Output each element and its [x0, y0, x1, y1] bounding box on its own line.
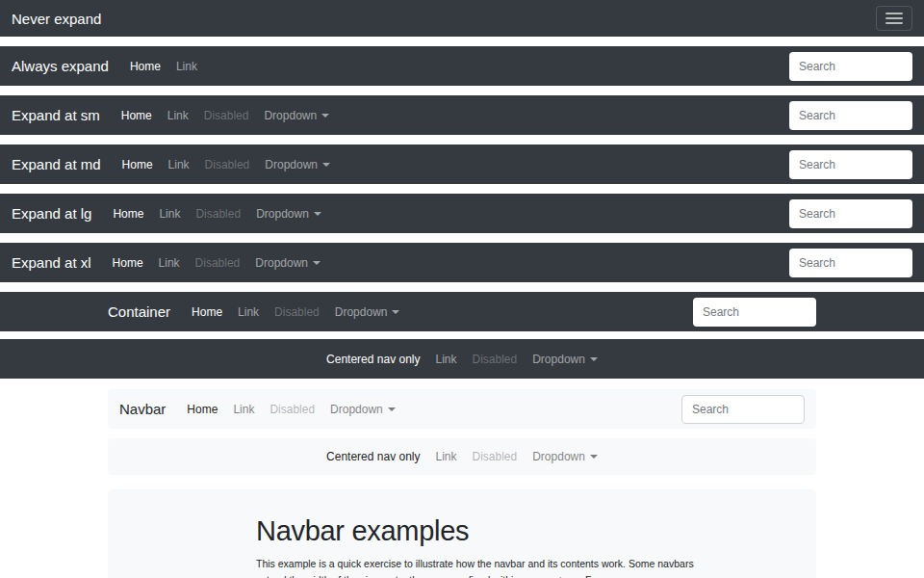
nav-item-disabled: Disabled	[267, 305, 327, 319]
search-input[interactable]	[789, 249, 912, 277]
dropdown-label: Dropdown	[255, 256, 308, 270]
nav-item-link[interactable]: Link	[427, 353, 464, 366]
hamburger-icon	[886, 10, 903, 27]
navbar-container: Container Home Link Disabled Dropdown	[0, 292, 924, 331]
nav-item-dropdown[interactable]: Dropdown	[322, 403, 403, 416]
nav-links: Home Link Disabled Dropdown	[184, 305, 407, 319]
search-input[interactable]	[789, 101, 912, 130]
nav-item-link[interactable]: Link	[427, 450, 464, 463]
navbar-light: Navbar Home Link Disabled Dropdown	[108, 389, 816, 429]
caret-down-icon	[388, 407, 396, 411]
brand-never-expand[interactable]: Never expand	[12, 11, 101, 27]
nav-links: Home Link Disabled Dropdown	[179, 403, 402, 416]
nav-item-home[interactable]: Home	[179, 403, 225, 416]
nav-item-disabled: Disabled	[465, 353, 526, 366]
dropdown-label: Dropdown	[335, 305, 388, 319]
caret-down-icon	[313, 261, 321, 265]
brand-expand-sm[interactable]: Expand at sm	[12, 107, 100, 123]
nav-item-home[interactable]: Home	[114, 109, 160, 122]
nav-item-dropdown[interactable]: Dropdown	[248, 207, 329, 221]
nav-item-home[interactable]: Home	[115, 158, 161, 171]
nav-item-dropdown[interactable]: Dropdown	[256, 109, 337, 122]
search-input[interactable]	[693, 298, 816, 327]
jumbotron: Navbar examples This example is a quick …	[108, 489, 816, 578]
nav-item-link[interactable]: Link	[230, 305, 267, 319]
nav-item-link[interactable]: Link	[151, 207, 188, 221]
brand-expand-md[interactable]: Expand at md	[12, 156, 101, 172]
navbar-always-expand: Always expand Home Link	[0, 46, 924, 86]
nav-links: Centered nav only Link Disabled Dropdown	[319, 450, 605, 463]
nav-item-link[interactable]: Link	[160, 109, 196, 122]
nav-links: Home Link Disabled Dropdown	[105, 207, 328, 221]
nav-item-home[interactable]: Home	[105, 207, 151, 221]
navbar-centered-light: Centered nav only Link Disabled Dropdown	[108, 438, 816, 475]
nav-links: Home Link Disabled Dropdown	[105, 256, 328, 270]
brand-expand-xl[interactable]: Expand at xl	[12, 254, 91, 271]
lead-text-before: This example is a quick exercise to illu…	[256, 558, 694, 578]
caret-down-icon	[322, 163, 330, 167]
nav-item-disabled: Disabled	[197, 158, 258, 171]
caret-down-icon	[321, 114, 329, 118]
dropdown-label: Dropdown	[265, 158, 318, 171]
caret-down-icon	[314, 212, 321, 216]
caret-down-icon	[392, 310, 399, 314]
page-title: Navbar examples	[256, 515, 704, 547]
nav-item-disabled: Disabled	[188, 256, 248, 270]
nav-item-centered[interactable]: Centered nav only	[319, 450, 427, 463]
navbar-expand-sm: Expand at sm Home Link Disabled Dropdown	[0, 95, 924, 135]
search-input[interactable]	[789, 150, 912, 179]
brand-container[interactable]: Container	[108, 303, 170, 320]
nav-item-dropdown[interactable]: Dropdown	[525, 450, 605, 463]
nav-item-link[interactable]: Link	[151, 256, 188, 270]
dropdown-label: Dropdown	[264, 109, 317, 122]
nav-item-home[interactable]: Home	[105, 256, 151, 270]
navbar-centered-dark: Centered nav only Link Disabled Dropdown	[0, 339, 924, 379]
nav-item-home[interactable]: Home	[184, 305, 230, 319]
nav-item-dropdown[interactable]: Dropdown	[247, 256, 328, 270]
dropdown-label: Dropdown	[256, 207, 309, 221]
navbar-expand-lg: Expand at lg Home Link Disabled Dropdown	[0, 194, 924, 233]
nav-links: Home Link Disabled Dropdown	[114, 109, 337, 122]
nav-links: Home Link	[122, 60, 205, 73]
nav-item-dropdown[interactable]: Dropdown	[257, 158, 338, 171]
nav-item-link[interactable]: Link	[168, 60, 205, 73]
navbar-expand-md: Expand at md Home Link Disabled Dropdown	[0, 144, 924, 184]
nav-links: Centered nav only Link Disabled Dropdown	[319, 353, 605, 366]
nav-item-link[interactable]: Link	[225, 403, 262, 416]
navbar-container-inner: Container Home Link Disabled Dropdown	[108, 292, 816, 331]
nav-item-centered[interactable]: Centered nav only	[319, 353, 427, 366]
search-input[interactable]	[789, 199, 912, 228]
nav-item-dropdown[interactable]: Dropdown	[327, 305, 408, 319]
dropdown-label: Dropdown	[532, 450, 585, 463]
nav-item-dropdown[interactable]: Dropdown	[525, 353, 605, 366]
brand-navbar[interactable]: Navbar	[119, 401, 166, 417]
lead-text-after: . For	[579, 574, 601, 578]
dropdown-label: Dropdown	[330, 403, 383, 416]
search-input[interactable]	[789, 52, 912, 81]
nav-links: Home Link Disabled Dropdown	[115, 158, 338, 171]
navbar-toggler-button[interactable]	[876, 6, 912, 31]
dropdown-label: Dropdown	[532, 353, 585, 366]
nav-item-disabled: Disabled	[196, 109, 257, 122]
nav-item-disabled: Disabled	[465, 450, 526, 463]
caret-down-icon	[590, 455, 598, 459]
navbar-never-expand: Never expand	[0, 0, 924, 37]
nav-item-disabled: Disabled	[188, 207, 248, 221]
main-container: Navbar Home Link Disabled Dropdown Cente…	[108, 389, 816, 578]
nav-item-home[interactable]: Home	[122, 60, 168, 73]
lead-paragraph: This example is a quick exercise to illu…	[256, 556, 704, 578]
brand-always-expand[interactable]: Always expand	[12, 58, 109, 74]
search-input[interactable]	[681, 395, 805, 424]
brand-expand-lg[interactable]: Expand at lg	[12, 205, 91, 222]
nav-item-disabled: Disabled	[262, 403, 322, 416]
nav-item-link[interactable]: Link	[161, 158, 197, 171]
navbar-expand-xl: Expand at xl Home Link Disabled Dropdown	[0, 243, 924, 282]
caret-down-icon	[590, 357, 598, 361]
